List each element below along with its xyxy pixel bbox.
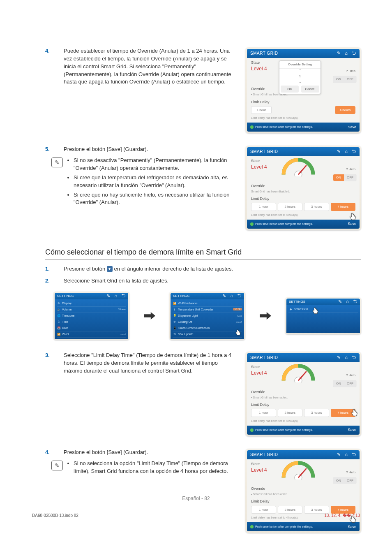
delay-1h[interactable]: 1 hour — [251, 203, 276, 211]
toggle-on[interactable]: ON — [333, 174, 344, 181]
doc-filename: DA68-02500B-13.indb 82 — [32, 513, 78, 519]
toggle-off[interactable]: OFF — [344, 477, 356, 484]
edit-icon[interactable]: ✎ — [106, 293, 110, 299]
toggle-off[interactable]: OFF — [344, 380, 356, 387]
edit-icon[interactable]: ✎ — [337, 148, 341, 155]
settings-row[interactable]: 🌐Timezone — [57, 313, 126, 319]
settings-row[interactable]: 📶Wi-Fi Networks — [173, 301, 242, 307]
step-text-post: en el ángulo inferior derecho de la list… — [113, 266, 233, 272]
delay-4h[interactable]: 4 hours — [331, 203, 356, 211]
settings-row[interactable]: 🔈Volume3 Level — [57, 307, 126, 313]
step-number: 4. — [45, 47, 64, 55]
settings-row[interactable]: ⏱Time — [57, 319, 126, 325]
save-button[interactable]: Save — [348, 524, 356, 530]
override-toggle[interactable]: ON OFF — [333, 380, 356, 387]
back-icon[interactable]: ⮌ — [121, 293, 126, 299]
delay-3h[interactable]: 3 hours — [304, 409, 329, 417]
edit-icon[interactable]: ✎ — [337, 50, 341, 57]
limit-delay-label: Limit Delay — [251, 196, 355, 201]
back-icon[interactable]: ⮌ — [353, 299, 357, 305]
settings-row[interactable]: ◆Smart Grid — [288, 306, 358, 313]
toggle-off[interactable]: OFF — [344, 174, 356, 181]
edit-icon[interactable]: ✎ — [337, 354, 341, 361]
help-link[interactable]: ? Help — [346, 69, 355, 74]
toggle-on[interactable]: ON — [333, 76, 344, 83]
popup-ok-button[interactable]: OK — [281, 86, 299, 93]
toggle-on[interactable]: ON — [333, 477, 344, 484]
delay-2h[interactable]: 2 hours — [278, 409, 303, 417]
home-icon[interactable]: ⌂ — [345, 452, 348, 458]
delay-4h[interactable]: 4 hours — [335, 106, 355, 114]
level-gauge — [280, 158, 317, 170]
save-button[interactable]: Save — [348, 427, 356, 433]
panel-title: SETTINGS — [57, 294, 74, 299]
delay-2h[interactable]: 2 hours — [278, 203, 303, 211]
panel-title: SETTINGS — [173, 294, 189, 299]
toggle-on[interactable]: ON — [333, 380, 344, 387]
settings-row[interactable]: ✲Display — [57, 301, 126, 307]
step-1-press-button: 1. Presione el botón ▾ en el ángulo infe… — [45, 265, 361, 273]
override-toggle[interactable]: ON OFF — [333, 76, 356, 83]
back-icon[interactable]: ⮌ — [352, 148, 356, 155]
settings-list[interactable]: ✲Display🔈Volume3 Level🌐Timezone⏱Time📅Dat… — [55, 299, 128, 339]
delay-1h[interactable]: 1 hour — [251, 106, 272, 114]
arrow-right-icon — [259, 312, 272, 320]
print-footer: DA68-02500B-13.indb 82 13. 12. 4. �� 7:1… — [0, 513, 392, 519]
cursor-hand-icon — [348, 212, 357, 221]
screenshot-after-save: SMART GRID ✎ ⌂ ⮌ State Level 4 — [245, 146, 361, 230]
popup-up[interactable]: ⌃ — [279, 69, 321, 72]
settings-row[interactable]: 🌡Temperature Unit Converter°C °F — [173, 307, 242, 313]
override-subtext: • Smart Grid has been abled. — [251, 396, 355, 400]
popup-down[interactable]: ⌄ — [279, 81, 321, 84]
settings-panel-2: SETTINGS ✎⌂⮌ 📶Wi-Fi Networks🌡Temperature… — [169, 292, 245, 340]
settings-row[interactable]: 📶Wi-Fion off — [57, 331, 126, 338]
settings-row[interactable]: 📅Date — [57, 325, 126, 331]
save-button[interactable]: Save — [348, 221, 356, 227]
back-icon[interactable]: ⮌ — [352, 354, 356, 361]
home-icon[interactable]: ⌂ — [230, 293, 233, 299]
home-icon[interactable]: ⌂ — [114, 293, 117, 299]
note-item: Si no selecciona la opción "Limit Delay … — [74, 460, 245, 475]
popup-cancel-button[interactable]: Cancel — [301, 86, 319, 93]
toggle-off[interactable]: OFF — [344, 76, 356, 83]
back-icon[interactable]: ⮌ — [237, 293, 242, 299]
override-subtext: Smart Grid has been disabled. — [251, 190, 355, 194]
note-icon: ✎ — [51, 461, 63, 470]
settings-row[interactable]: ⟲S/W Update — [173, 331, 242, 338]
level-gauge — [280, 364, 317, 376]
delay-1h[interactable]: 1 hour — [251, 409, 276, 417]
override-toggle[interactable]: ON OFF — [333, 174, 356, 181]
edit-icon[interactable]: ✎ — [337, 452, 341, 458]
back-icon[interactable]: ⮌ — [352, 452, 356, 458]
home-icon[interactable]: ⌂ — [345, 50, 348, 57]
screenshot-limit-delay-select: SMART GRID ✎⌂⮌ State Level 4 ? Hel — [245, 352, 361, 436]
edit-icon[interactable]: ✎ — [338, 299, 342, 305]
override-toggle[interactable]: ON OFF — [333, 477, 356, 484]
screenshot-limit-delay-save: SMART GRID ✎⌂⮌ State Level 4 ? Hel — [245, 449, 361, 533]
home-icon[interactable]: ⌂ — [345, 354, 348, 361]
help-link[interactable]: ? Help — [346, 167, 355, 172]
edit-icon[interactable]: ✎ — [222, 293, 226, 299]
settings-list[interactable]: ◆Smart Grid — [286, 305, 360, 333]
footer-tip: Push save button after complete the sett… — [250, 222, 313, 226]
home-icon[interactable]: ⌂ — [346, 299, 349, 305]
back-icon[interactable]: ⮌ — [352, 50, 356, 57]
help-link[interactable]: ? Help — [346, 470, 355, 475]
step-2-select-smartgrid: 2. Seleccione Smart Grid en la lista de … — [45, 277, 361, 285]
note-item: Si no se desactiva "Permanently" (Perman… — [74, 157, 245, 172]
settings-panel-1: SETTINGS ✎⌂⮌ ✲Display🔈Volume3 Level🌐Time… — [53, 292, 129, 340]
svg-line-5 — [298, 468, 307, 478]
settings-row[interactable]: 💡Dispenser LightAuto — [173, 313, 242, 319]
settings-list[interactable]: 📶Wi-Fi Networks🌡Temperature Unit Convert… — [171, 299, 244, 339]
settings-row[interactable]: ❄Cooling Offon off — [173, 319, 242, 325]
settings-row[interactable]: 📱Touch Screen Correction — [173, 325, 242, 331]
chevron-down-icon[interactable]: ▾ — [107, 266, 113, 272]
home-icon[interactable]: ⌂ — [345, 148, 348, 155]
panel-title: SMART GRID — [250, 51, 278, 57]
popup-value: 1 — [279, 72, 321, 81]
help-link[interactable]: ? Help — [346, 373, 355, 378]
step-number: 3. — [45, 352, 64, 359]
save-button[interactable]: Save — [348, 125, 356, 130]
step-number: 2. — [45, 277, 64, 285]
delay-3h[interactable]: 3 hours — [304, 203, 329, 211]
